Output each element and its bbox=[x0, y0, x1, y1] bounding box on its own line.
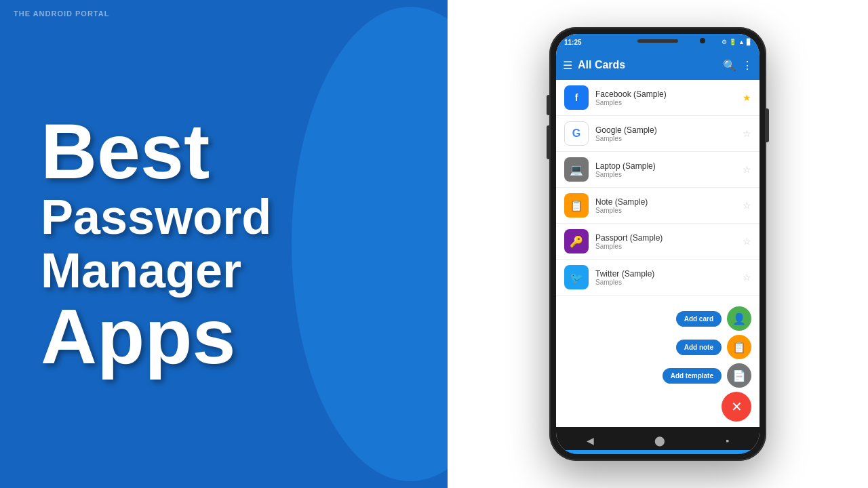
star-icon[interactable]: ☆ bbox=[743, 200, 751, 211]
main-fab-button[interactable]: ✕ bbox=[722, 392, 751, 422]
item-subtitle: Samples bbox=[595, 243, 736, 250]
hamburger-icon[interactable]: ☰ bbox=[563, 59, 572, 72]
star-icon[interactable]: ☆ bbox=[743, 164, 751, 175]
list-item[interactable]: 📋 Note (Sample) Samples ☆ bbox=[556, 188, 760, 224]
gear-icon: ⚙ bbox=[722, 39, 727, 45]
item-title: Laptop (Sample) bbox=[595, 161, 736, 171]
phone-screen: 11:25 ⚙ 🔋 ▲ ▊ ☰ All Cards 🔍 ⋮ bbox=[556, 34, 760, 454]
person-add-icon: 👤 bbox=[732, 312, 746, 325]
item-title: Google (Sample) bbox=[595, 125, 736, 135]
left-panel: THE ANDROID PORTAL Best Password Manager… bbox=[0, 0, 448, 488]
add-template-button[interactable]: Add template bbox=[663, 368, 722, 384]
hero-line3: Manager bbox=[41, 244, 407, 298]
template-icon: 📄 bbox=[732, 369, 746, 382]
more-options-icon[interactable]: ⋮ bbox=[742, 59, 753, 72]
cards-list: f Facebook (Sample) Samples ★ G Google (… bbox=[556, 80, 760, 301]
item-subtitle: Samples bbox=[595, 171, 736, 178]
list-item[interactable]: 🐦 Twitter (Sample) Samples ☆ bbox=[556, 260, 760, 296]
item-title: Facebook (Sample) bbox=[595, 89, 736, 99]
star-icon[interactable]: ☆ bbox=[743, 128, 751, 139]
status-time: 11:25 bbox=[564, 39, 582, 46]
twitter-icon: 🐦 bbox=[564, 265, 589, 289]
item-text: Note (Sample) Samples bbox=[595, 197, 736, 214]
add-card-button[interactable]: Add card bbox=[676, 311, 722, 327]
list-item[interactable]: G Google (Sample) Samples ☆ bbox=[556, 116, 760, 152]
battery-icon: 🔋 bbox=[729, 39, 736, 45]
item-title: Passport (Sample) bbox=[595, 233, 736, 243]
hero-line4: Apps bbox=[41, 298, 407, 375]
close-icon: ✕ bbox=[731, 399, 743, 415]
site-logo: THE ANDROID PORTAL bbox=[14, 9, 109, 18]
right-panel: 11:25 ⚙ 🔋 ▲ ▊ ☰ All Cards 🔍 ⋮ bbox=[448, 0, 868, 488]
fab-main-row: ✕ bbox=[722, 392, 751, 422]
app-bar: ☰ All Cards 🔍 ⋮ bbox=[556, 50, 760, 80]
android-screen: 11:25 ⚙ 🔋 ▲ ▊ ☰ All Cards 🔍 ⋮ bbox=[556, 34, 760, 454]
fab-area: Add card 👤 Add note 📋 Add template bbox=[556, 301, 760, 427]
star-icon[interactable]: ☆ bbox=[743, 236, 751, 247]
item-subtitle: Samples bbox=[595, 135, 736, 142]
item-text: Twitter (Sample) Samples bbox=[595, 269, 736, 286]
facebook-icon: f bbox=[564, 85, 589, 110]
passport-icon: 🔑 bbox=[564, 229, 589, 253]
phone-speaker bbox=[637, 39, 678, 43]
item-text: Facebook (Sample) Samples bbox=[595, 89, 736, 106]
recents-button[interactable]: ▪ bbox=[726, 435, 729, 446]
note-icon: 📋 bbox=[564, 193, 589, 218]
phone-mockup: 11:25 ⚙ 🔋 ▲ ▊ ☰ All Cards 🔍 ⋮ bbox=[549, 27, 766, 461]
item-text: Laptop (Sample) Samples bbox=[595, 161, 736, 178]
list-item[interactable]: f Facebook (Sample) Samples ★ bbox=[556, 80, 760, 116]
add-card-fab[interactable]: 👤 bbox=[727, 306, 751, 331]
item-title: Note (Sample) bbox=[595, 197, 736, 207]
hero-line1: Best bbox=[41, 113, 407, 190]
list-item[interactable]: VISA Visa Card (Sample) Samples bbox=[556, 296, 760, 301]
add-note-fab[interactable]: 📋 bbox=[727, 335, 751, 359]
wifi-icon: ▲ bbox=[738, 39, 745, 45]
add-template-fab[interactable]: 📄 bbox=[727, 363, 751, 388]
add-note-row: Add note 📋 bbox=[676, 335, 751, 359]
item-title: Twitter (Sample) bbox=[595, 269, 736, 279]
google-icon: G bbox=[564, 121, 589, 146]
item-text: Google (Sample) Samples bbox=[595, 125, 736, 142]
phone-accent-bar bbox=[556, 450, 760, 454]
signal-icon: ▊ bbox=[747, 39, 751, 45]
status-icons: ⚙ 🔋 ▲ ▊ bbox=[722, 39, 751, 45]
search-icon[interactable]: 🔍 bbox=[723, 59, 736, 72]
list-item[interactable]: 💻 Laptop (Sample) Samples ☆ bbox=[556, 152, 760, 188]
app-bar-title: All Cards bbox=[578, 59, 717, 71]
phone-camera bbox=[700, 38, 705, 43]
hero-text: Best Password Manager Apps bbox=[41, 113, 407, 375]
home-button[interactable]: ⬤ bbox=[654, 435, 665, 446]
laptop-icon: 💻 bbox=[564, 157, 589, 182]
add-card-row: Add card 👤 bbox=[676, 306, 751, 331]
item-subtitle: Samples bbox=[595, 279, 736, 286]
app-bar-actions: 🔍 ⋮ bbox=[723, 59, 753, 72]
back-button[interactable]: ◀ bbox=[587, 435, 594, 446]
add-note-button[interactable]: Add note bbox=[676, 340, 722, 355]
item-text: Passport (Sample) Samples bbox=[595, 233, 736, 250]
item-subtitle: Samples bbox=[595, 207, 736, 214]
note-add-icon: 📋 bbox=[732, 341, 746, 354]
hero-line2: Password bbox=[41, 190, 407, 244]
star-icon[interactable]: ☆ bbox=[743, 272, 751, 283]
item-subtitle: Samples bbox=[595, 99, 736, 106]
star-icon[interactable]: ★ bbox=[743, 92, 751, 103]
add-template-row: Add template 📄 bbox=[663, 363, 751, 388]
list-item[interactable]: 🔑 Passport (Sample) Samples ☆ bbox=[556, 224, 760, 260]
